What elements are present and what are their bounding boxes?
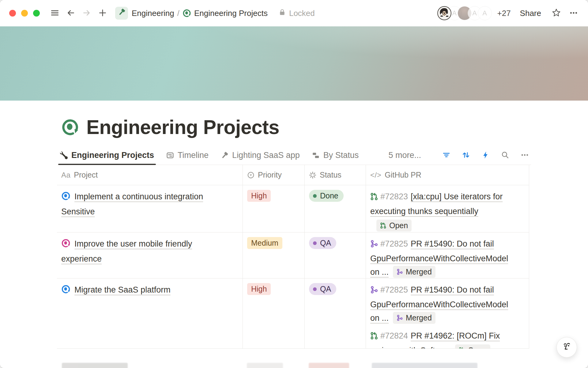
workspace-icon-chip[interactable] [115,7,128,20]
pr-entry[interactable]: #72824PR #14962: [ROCm] Fixan issue with… [370,329,524,348]
status-cell[interactable]: Done [304,185,366,232]
pr-entry[interactable]: #72823[xla:cpu] Use iterators forexecuti… [370,190,524,232]
more-views-button[interactable]: 5 more... [388,151,421,160]
filter-button[interactable] [441,150,451,161]
filter-icon [442,151,451,160]
project-title[interactable]: experience [61,254,102,263]
cycle-icon [61,191,70,205]
view-tab-by-status[interactable]: By Status [312,146,359,165]
page-icon[interactable] [61,118,79,136]
project-title[interactable]: Migrate the SaaS platform [74,285,171,294]
avatar-stack[interactable]: AAA [437,6,492,20]
pr-entry[interactable]: #72825PR #15490: Do not failGpuPerforman… [370,237,524,278]
code-icon: </> [370,171,381,179]
table-row: Improve the user mobile friendlyexperien… [57,232,529,278]
status-pill[interactable]: QA [309,283,336,295]
pr-title-link[interactable]: [xla:cpu] Use iterators for [411,192,503,201]
view-tabs-row: Engineering ProjectsTimelineLighting Saa… [57,146,531,165]
pr-title-link[interactable]: PR #14962: [ROCm] Fix [411,331,500,340]
column-header-github-pr[interactable]: </>GitHub PR [366,165,529,185]
avatar-illustration[interactable] [437,6,451,20]
select-icon [247,171,254,179]
pr-state-chip[interactable]: Open [455,344,490,348]
ellipsis-icon [569,8,578,18]
project-cell[interactable]: Implement a continuous integrationSensit… [57,185,243,232]
pr-title-link[interactable]: an issue with Softmax [370,346,451,348]
pr-title-link[interactable]: on ... [370,267,389,277]
priority-cell[interactable]: Medium [243,232,304,278]
project-cell[interactable]: Migrate the SaaS platform [57,278,243,348]
text-type-icon: Aa [61,171,70,179]
github-pr-cell[interactable]: #72825PR #15490: Do not failGpuPerforman… [366,232,529,278]
pr-title-link[interactable]: GpuPerformanceWithCollectiveModel [370,300,508,309]
project-cell[interactable]: Improve the user mobile friendlyexperien… [57,232,243,278]
avatar-letter[interactable]: A [478,6,492,20]
table-row: Implement a continuous integrationSensit… [57,185,529,232]
pr-entry[interactable]: #72825PR #15490: Do not failGpuPerforman… [370,283,524,325]
column-header-status[interactable]: Status [304,165,366,185]
pr-title-link[interactable]: on ... [370,313,389,323]
breadcrumb-workspace[interactable]: Engineering [132,9,174,18]
pr-number: #72823 [380,192,408,201]
cycle-icon [183,9,191,17]
share-button[interactable]: Share [518,8,543,18]
pr-state-chip[interactable]: Merged [393,266,435,278]
github-pr-cell[interactable]: #72825PR #15490: Do not failGpuPerforman… [366,278,529,348]
board-icon [312,151,320,159]
priority-cell[interactable]: High [243,185,304,232]
notion-ai-button[interactable] [556,337,577,358]
automation-button[interactable] [481,150,491,161]
page-cover[interactable] [0,26,588,101]
priority-cell[interactable]: High [243,278,304,348]
back-button[interactable] [66,8,76,19]
git-pull-request-icon [459,347,465,348]
search-button[interactable] [500,150,510,161]
view-tab-timeline[interactable]: Timeline [166,146,209,165]
new-tab-button[interactable] [97,8,108,19]
pr-title-link[interactable]: executing thunks sequentially [370,207,478,216]
project-title[interactable]: Improve the user mobile friendly [74,239,192,248]
project-title[interactable]: Implement a continuous integration [74,192,203,201]
forward-button[interactable] [81,8,92,19]
status-pill[interactable]: QA [309,237,336,249]
star-icon [552,8,561,18]
notion-window: Engineering / Engineering Projects Locke… [0,0,588,368]
pr-title-link[interactable]: PR #15490: Do not fail [411,239,494,248]
git-pull-request-icon [370,330,378,344]
github-pr-cell[interactable]: #72823[xla:cpu] Use iterators forexecuti… [366,185,529,232]
pr-title-link[interactable]: GpuPerformanceWithCollectiveModel [370,254,508,263]
view-tab-engineering-projects[interactable]: Engineering Projects [60,146,154,165]
column-header-project[interactable]: AaProject [57,165,243,185]
status-pill[interactable]: Done [309,190,344,202]
topbar-more-button[interactable] [568,8,579,19]
pr-title-link[interactable]: PR #15490: Do not fail [411,285,494,294]
status-cell[interactable]: QA [304,278,366,348]
zoom-window-button[interactable] [33,10,40,17]
lock-status[interactable]: Locked [278,8,315,18]
git-pull-request-icon [380,222,386,229]
sidebar-menu-button[interactable] [50,8,60,19]
project-title[interactable]: Sensitive [61,207,95,216]
priority-tag[interactable]: Medium [247,237,282,249]
status-dot [313,194,317,198]
more-button[interactable] [520,150,530,161]
view-toolbar [441,150,531,161]
status-cell[interactable]: QA [304,232,366,278]
avatar-overflow-count[interactable]: +27 [497,9,511,18]
pr-state-chip[interactable]: Open [376,220,412,232]
favorite-button[interactable] [551,7,562,19]
git-merge-icon [397,269,403,275]
sort-button[interactable] [461,150,471,161]
column-header-priority[interactable]: Priority [243,165,304,185]
priority-tag[interactable]: High [247,190,271,202]
view-tabs: Engineering ProjectsTimelineLighting Saa… [57,146,359,165]
priority-tag[interactable]: High [247,283,271,295]
breadcrumb-page[interactable]: Engineering Projects [183,9,268,18]
partially-visible-row [57,349,529,366]
view-tab-lighting-saas-app[interactable]: Lighting SaaS app [221,146,300,165]
pr-state-chip[interactable]: Merged [393,312,435,324]
clipped-status-pill [309,363,349,368]
close-window-button[interactable] [9,10,16,17]
minimize-window-button[interactable] [21,10,28,17]
hammer-icon [118,8,126,18]
